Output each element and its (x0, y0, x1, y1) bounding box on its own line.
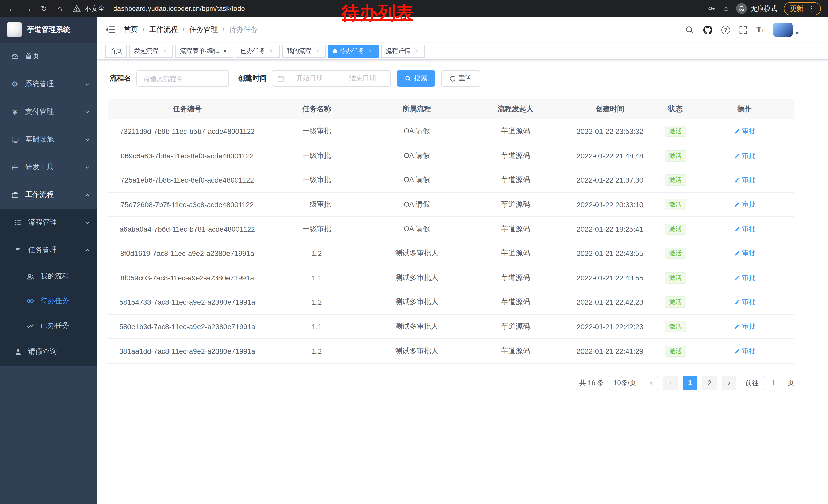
browser-forward-icon[interactable]: → (21, 4, 35, 13)
dashboard-icon (10, 52, 19, 60)
incognito-label: 无痕模式 (750, 4, 777, 13)
app-logo-row[interactable]: 芋道管理系统 (0, 17, 97, 43)
calendar-icon (277, 75, 284, 82)
close-icon[interactable] (367, 47, 374, 55)
double-check-icon (26, 322, 35, 329)
chevron-up-icon (85, 192, 90, 198)
cell-task-id: 8f0d1619-7ac8-11ec-a9e2-a2380e71991a (108, 241, 267, 265)
sidebar-item-leave-query[interactable]: 请假查询 (0, 338, 97, 366)
font-size-icon[interactable]: TT (756, 25, 764, 34)
tab-form-edit[interactable]: 流程表单-编辑 (175, 44, 234, 58)
create-time-label: 创建时间 (238, 74, 267, 83)
avatar[interactable]: ▼ (773, 22, 799, 37)
close-icon[interactable] (222, 47, 229, 55)
search-button[interactable]: 搜索 (397, 70, 435, 87)
sidebar-item-done-tasks[interactable]: 已办任务 (0, 313, 97, 338)
cell-initiator: 芋道源码 (467, 193, 564, 217)
browser-menu-icon[interactable]: ⋮ (808, 5, 815, 12)
sidebar-fold-icon[interactable] (105, 25, 115, 34)
cell-created: 2022-01-22 20:33:10 (564, 193, 656, 217)
tab-home[interactable]: 首页 (105, 44, 127, 58)
approve-link[interactable]: 审批 (734, 297, 755, 307)
sidebar-item-task-mgmt[interactable]: 任务管理 (0, 236, 97, 264)
pagination: 共 16 条 10条/页 ▼ ‹ 1 2 › 前往 页 (108, 376, 794, 390)
page-header: 首页 工作流程 任务管理 待办任务 (97, 17, 828, 43)
sidebar-item-label: 请假查询 (28, 347, 57, 356)
browser-update-button[interactable]: 更新 ⋮ (784, 2, 821, 15)
approve-link[interactable]: 审批 (734, 249, 755, 258)
close-icon[interactable] (161, 47, 168, 55)
tab-todo-tasks[interactable]: 待办任务 (328, 44, 379, 58)
todo-task-table: 任务编号 任务名称 所属流程 流程发起人 创建时间 状态 操作 73211d9d… (108, 99, 794, 364)
help-icon[interactable] (721, 26, 730, 34)
tab-done-tasks[interactable]: 已办任务 (236, 44, 280, 58)
status-badge: 激活 (665, 126, 686, 137)
fullscreen-icon[interactable] (739, 26, 747, 34)
sidebar-item-devtools[interactable]: 研发工具 (0, 153, 97, 181)
approve-link[interactable]: 审批 (734, 273, 755, 282)
bookmark-star-icon[interactable]: ☆ (722, 4, 730, 13)
breadcrumb-workflow[interactable]: 工作流程 (149, 25, 189, 34)
approve-link[interactable]: 审批 (734, 176, 755, 185)
close-icon[interactable] (413, 47, 420, 55)
browser-home-icon[interactable]: ⌂ (53, 4, 67, 13)
cell-created: 2022-01-22 21:37:30 (564, 168, 656, 192)
close-icon[interactable] (314, 47, 321, 55)
sidebar-item-payment[interactable]: ¥ 支付管理 (0, 98, 97, 126)
approve-link[interactable]: 审批 (734, 127, 755, 136)
table-header: 任务编号 任务名称 所属流程 流程发起人 创建时间 状态 操作 (108, 99, 794, 120)
incognito-indicator: 无痕模式 (736, 3, 777, 14)
page-button-2[interactable]: 2 (702, 376, 717, 390)
app-logo (7, 22, 22, 37)
sidebar-item-workflow[interactable]: 工作流程 (0, 181, 97, 209)
page-size-select[interactable]: 10条/页 ▼ (609, 376, 658, 390)
cell-task-name: 1.2 (267, 290, 367, 314)
browser-actions: ☆ 无痕模式 更新 ⋮ (707, 2, 823, 15)
sidebar-item-label: 基础设施 (25, 135, 54, 144)
cell-task-id: 8f059c03-7ac8-11ec-a9e2-a2380e71991a (108, 266, 267, 290)
tab-process-detail[interactable]: 流程详情 (381, 44, 425, 58)
sidebar-item-my-process[interactable]: 我的流程 (0, 264, 97, 289)
goto-label: 前往 (745, 378, 759, 387)
approve-link[interactable]: 审批 (734, 224, 755, 234)
status-badge: 激活 (665, 345, 686, 357)
page-button-1[interactable]: 1 (683, 376, 697, 390)
cell-task-name: 一级审批 (267, 168, 367, 192)
sidebar-item-home[interactable]: 首页 (0, 43, 97, 70)
tab-my-process[interactable]: 我的流程 (282, 44, 326, 58)
breadcrumb-task-mgmt[interactable]: 任务管理 (189, 25, 229, 34)
cell-created: 2022-01-22 21:48:48 (564, 144, 656, 168)
security-warning-icon (73, 5, 81, 12)
approve-link[interactable]: 审批 (734, 200, 755, 209)
goto-page-input[interactable] (763, 376, 783, 390)
cell-initiator: 芋道源码 (467, 339, 564, 363)
chevron-up-icon (85, 247, 90, 253)
tab-start-process[interactable]: 发起流程 (129, 44, 173, 58)
search-icon[interactable] (686, 26, 694, 34)
approve-link[interactable]: 审批 (734, 151, 755, 161)
github-icon[interactable] (703, 25, 713, 35)
sidebar-item-process-mgmt[interactable]: 流程管理 (0, 209, 97, 236)
sidebar-item-infra[interactable]: 基础设施 (0, 126, 97, 153)
password-key-icon[interactable] (707, 4, 716, 13)
cell-created: 2022-01-22 23:53:32 (564, 120, 656, 143)
reset-button[interactable]: 重置 (441, 70, 480, 87)
breadcrumb-home[interactable]: 首页 (124, 25, 149, 34)
approve-link[interactable]: 审批 (734, 322, 755, 331)
user-icon (13, 348, 23, 356)
date-range-picker[interactable]: 开始日期 - 结束日期 (272, 70, 391, 87)
goto-unit-label: 页 (787, 378, 794, 387)
sidebar-item-label: 已办任务 (41, 321, 69, 330)
next-page-button[interactable]: › (722, 376, 736, 390)
monitor-icon (10, 136, 19, 143)
approve-link[interactable]: 审批 (734, 346, 755, 356)
browser-back-icon[interactable]: ← (5, 4, 19, 13)
prev-page-button[interactable]: ‹ (663, 376, 678, 390)
close-icon[interactable] (268, 47, 275, 55)
process-name-input[interactable] (136, 70, 229, 87)
address-bar[interactable]: 不安全 dashboard.yudao.iocoder.cn/bpm/task/… (73, 4, 245, 13)
browser-reload-icon[interactable]: ↻ (37, 4, 51, 13)
sidebar-item-system[interactable]: ⚙ 系统管理 (0, 70, 97, 98)
sidebar-item-todo-tasks[interactable]: 待办任务 (0, 289, 97, 313)
table-row: 8f059c03-7ac8-11ec-a9e2-a2380e71991a 1.1… (108, 266, 794, 290)
